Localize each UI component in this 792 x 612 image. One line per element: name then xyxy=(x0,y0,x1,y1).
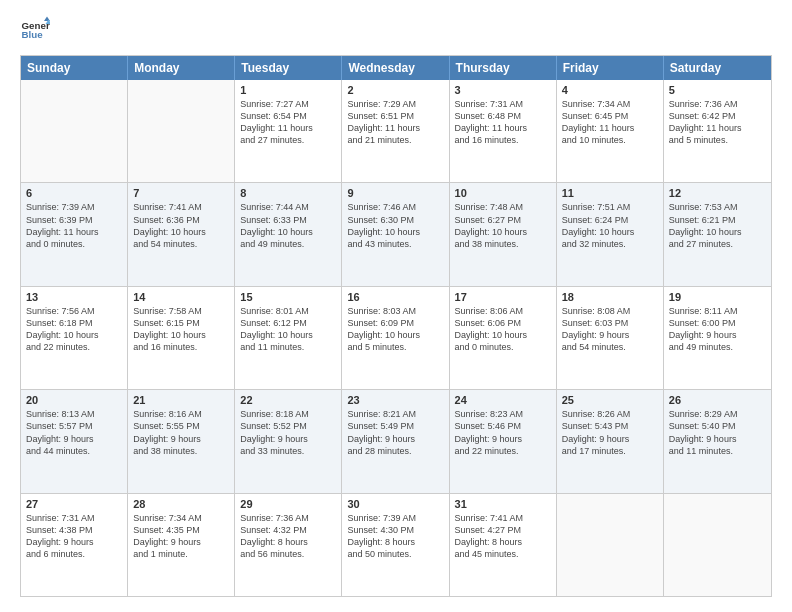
cell-line: Daylight: 11 hours xyxy=(455,122,551,134)
cell-line: Sunrise: 7:34 AM xyxy=(562,98,658,110)
calendar-cell: 19Sunrise: 8:11 AMSunset: 6:00 PMDayligh… xyxy=(664,287,771,389)
cell-line: Daylight: 10 hours xyxy=(26,329,122,341)
cell-line: Daylight: 11 hours xyxy=(347,122,443,134)
cell-line: Daylight: 11 hours xyxy=(240,122,336,134)
day-number: 12 xyxy=(669,187,766,199)
cell-line: Daylight: 10 hours xyxy=(240,226,336,238)
cell-line: and 11 minutes. xyxy=(669,445,766,457)
cell-line: Daylight: 10 hours xyxy=(240,329,336,341)
svg-text:Blue: Blue xyxy=(22,29,44,40)
day-number: 2 xyxy=(347,84,443,96)
cell-line: and 27 minutes. xyxy=(669,238,766,250)
cell-line: Sunset: 5:46 PM xyxy=(455,420,551,432)
calendar-cell: 30Sunrise: 7:39 AMSunset: 4:30 PMDayligh… xyxy=(342,494,449,596)
cell-line: Daylight: 9 hours xyxy=(240,433,336,445)
cell-line: Daylight: 9 hours xyxy=(347,433,443,445)
cell-line: Sunset: 6:12 PM xyxy=(240,317,336,329)
cell-line: and 5 minutes. xyxy=(669,134,766,146)
cell-line: Daylight: 10 hours xyxy=(562,226,658,238)
calendar-cell xyxy=(557,494,664,596)
day-number: 5 xyxy=(669,84,766,96)
cell-line: Sunset: 6:00 PM xyxy=(669,317,766,329)
day-number: 1 xyxy=(240,84,336,96)
cell-line: Sunset: 4:38 PM xyxy=(26,524,122,536)
calendar-cell: 1Sunrise: 7:27 AMSunset: 6:54 PMDaylight… xyxy=(235,80,342,182)
calendar-cell: 23Sunrise: 8:21 AMSunset: 5:49 PMDayligh… xyxy=(342,390,449,492)
calendar-cell: 12Sunrise: 7:53 AMSunset: 6:21 PMDayligh… xyxy=(664,183,771,285)
header-cell-tuesday: Tuesday xyxy=(235,56,342,80)
svg-marker-2 xyxy=(44,17,50,22)
cell-line: Sunrise: 8:03 AM xyxy=(347,305,443,317)
cell-line: Sunrise: 8:26 AM xyxy=(562,408,658,420)
calendar-header: SundayMondayTuesdayWednesdayThursdayFrid… xyxy=(21,56,771,80)
calendar-cell: 31Sunrise: 7:41 AMSunset: 4:27 PMDayligh… xyxy=(450,494,557,596)
cell-line: Sunset: 5:57 PM xyxy=(26,420,122,432)
cell-line: Sunset: 4:30 PM xyxy=(347,524,443,536)
cell-line: and 16 minutes. xyxy=(133,341,229,353)
cell-line: Daylight: 9 hours xyxy=(133,433,229,445)
calendar-cell: 25Sunrise: 8:26 AMSunset: 5:43 PMDayligh… xyxy=(557,390,664,492)
cell-line: Daylight: 9 hours xyxy=(133,536,229,548)
calendar-cell: 20Sunrise: 8:13 AMSunset: 5:57 PMDayligh… xyxy=(21,390,128,492)
cell-line: Sunset: 6:33 PM xyxy=(240,214,336,226)
logo: General Blue xyxy=(20,15,50,45)
cell-line: and 28 minutes. xyxy=(347,445,443,457)
cell-line: Sunrise: 7:39 AM xyxy=(26,201,122,213)
cell-line: Sunrise: 7:44 AM xyxy=(240,201,336,213)
day-number: 16 xyxy=(347,291,443,303)
cell-line: Sunset: 6:24 PM xyxy=(562,214,658,226)
cell-line: and 38 minutes. xyxy=(133,445,229,457)
cell-line: Sunset: 6:09 PM xyxy=(347,317,443,329)
cell-line: Daylight: 10 hours xyxy=(455,226,551,238)
cell-line: and 10 minutes. xyxy=(562,134,658,146)
calendar-cell xyxy=(128,80,235,182)
header-cell-monday: Monday xyxy=(128,56,235,80)
cell-line: Daylight: 10 hours xyxy=(347,226,443,238)
cell-line: Sunrise: 8:13 AM xyxy=(26,408,122,420)
cell-line: Sunrise: 7:41 AM xyxy=(133,201,229,213)
cell-line: Sunrise: 7:51 AM xyxy=(562,201,658,213)
cell-line: Sunrise: 7:58 AM xyxy=(133,305,229,317)
calendar-cell: 22Sunrise: 8:18 AMSunset: 5:52 PMDayligh… xyxy=(235,390,342,492)
cell-line: and 11 minutes. xyxy=(240,341,336,353)
cell-line: Sunset: 6:42 PM xyxy=(669,110,766,122)
cell-line: Sunset: 5:52 PM xyxy=(240,420,336,432)
cell-line: Sunrise: 8:16 AM xyxy=(133,408,229,420)
cell-line: Sunset: 5:55 PM xyxy=(133,420,229,432)
cell-line: and 56 minutes. xyxy=(240,548,336,560)
cell-line: Daylight: 11 hours xyxy=(562,122,658,134)
cell-line: and 6 minutes. xyxy=(26,548,122,560)
calendar-cell: 28Sunrise: 7:34 AMSunset: 4:35 PMDayligh… xyxy=(128,494,235,596)
cell-line: Daylight: 10 hours xyxy=(455,329,551,341)
day-number: 3 xyxy=(455,84,551,96)
cell-line: and 54 minutes. xyxy=(562,341,658,353)
cell-line: Sunset: 6:27 PM xyxy=(455,214,551,226)
day-number: 11 xyxy=(562,187,658,199)
cell-line: Daylight: 10 hours xyxy=(347,329,443,341)
calendar-body: 1Sunrise: 7:27 AMSunset: 6:54 PMDaylight… xyxy=(21,80,771,596)
cell-line: and 49 minutes. xyxy=(669,341,766,353)
cell-line: and 16 minutes. xyxy=(455,134,551,146)
calendar-cell: 5Sunrise: 7:36 AMSunset: 6:42 PMDaylight… xyxy=(664,80,771,182)
logo-icon: General Blue xyxy=(20,15,50,45)
cell-line: Sunset: 6:36 PM xyxy=(133,214,229,226)
cell-line: Sunset: 6:54 PM xyxy=(240,110,336,122)
calendar-cell xyxy=(664,494,771,596)
day-number: 10 xyxy=(455,187,551,199)
day-number: 29 xyxy=(240,498,336,510)
cell-line: Daylight: 8 hours xyxy=(240,536,336,548)
calendar-week-3: 13Sunrise: 7:56 AMSunset: 6:18 PMDayligh… xyxy=(21,286,771,389)
cell-line: Sunset: 4:35 PM xyxy=(133,524,229,536)
calendar-cell: 10Sunrise: 7:48 AMSunset: 6:27 PMDayligh… xyxy=(450,183,557,285)
day-number: 25 xyxy=(562,394,658,406)
header-cell-sunday: Sunday xyxy=(21,56,128,80)
cell-line: Sunset: 5:40 PM xyxy=(669,420,766,432)
cell-line: and 45 minutes. xyxy=(455,548,551,560)
cell-line: and 44 minutes. xyxy=(26,445,122,457)
calendar-cell: 14Sunrise: 7:58 AMSunset: 6:15 PMDayligh… xyxy=(128,287,235,389)
calendar-cell: 4Sunrise: 7:34 AMSunset: 6:45 PMDaylight… xyxy=(557,80,664,182)
day-number: 21 xyxy=(133,394,229,406)
cell-line: Sunset: 5:49 PM xyxy=(347,420,443,432)
day-number: 8 xyxy=(240,187,336,199)
day-number: 6 xyxy=(26,187,122,199)
